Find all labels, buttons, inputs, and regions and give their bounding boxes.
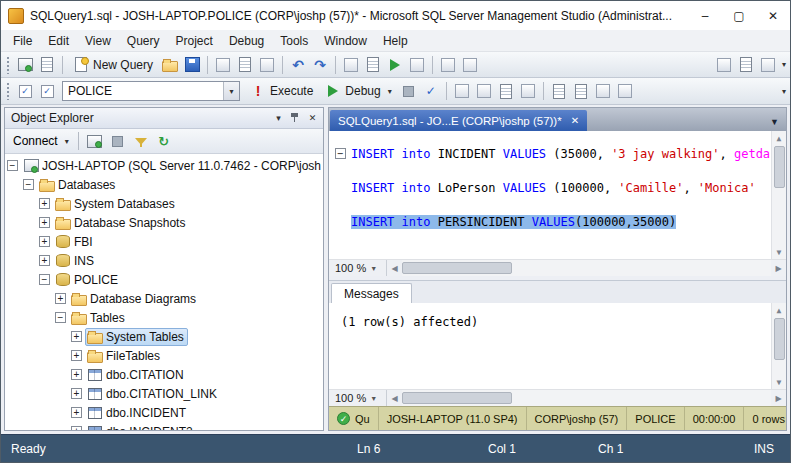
toolbar-extra3-icon[interactable] [757, 54, 779, 76]
panel-close-icon[interactable]: ✕ [304, 110, 321, 127]
comment-icon[interactable] [548, 80, 570, 102]
expander-icon[interactable]: + [39, 198, 50, 209]
start-icon[interactable] [384, 54, 406, 76]
refresh-icon[interactable]: ↻ [153, 130, 175, 152]
expander-icon[interactable]: + [39, 217, 50, 228]
scrollbar-thumb[interactable] [402, 392, 512, 404]
intellisense-toggle-icon[interactable] [14, 80, 36, 102]
connect-button[interactable]: Connect ▾ [9, 131, 73, 151]
tree-item[interactable]: +System Tables [5, 327, 323, 346]
expander-icon[interactable]: + [39, 255, 50, 266]
menu-help[interactable]: Help [375, 30, 416, 51]
menu-project[interactable]: Project [168, 30, 221, 51]
tab-close-icon[interactable]: ✕ [571, 115, 579, 126]
expander-icon[interactable]: + [71, 407, 82, 418]
results-to-text-icon[interactable] [451, 80, 473, 102]
source-control-icon[interactable] [234, 54, 256, 76]
expander-icon[interactable]: + [71, 426, 82, 430]
messages-horizontal-scrollbar[interactable] [402, 390, 771, 406]
new-query-button[interactable]: New Query [67, 54, 159, 76]
menu-view[interactable]: View [77, 30, 119, 51]
expander-icon[interactable]: + [71, 388, 82, 399]
expander-icon[interactable]: − [55, 312, 66, 323]
minimize-button[interactable]: – [688, 1, 722, 30]
tree-item[interactable]: −JOSH-LAPTOP (SQL Server 11.0.7462 - COR… [5, 156, 323, 175]
menu-query[interactable]: Query [119, 30, 168, 51]
scrollbar-thumb[interactable] [774, 146, 785, 188]
results-to-grid-icon[interactable] [473, 80, 495, 102]
results-to-file-icon[interactable] [495, 80, 517, 102]
menu-window[interactable]: Window [316, 30, 375, 51]
undo-icon[interactable]: ↶ [287, 54, 309, 76]
expander-icon[interactable]: + [39, 236, 50, 247]
window-position-icon[interactable]: ▾ [270, 110, 287, 127]
connect-object-explorer-icon[interactable] [14, 54, 36, 76]
increase-indent-icon[interactable] [614, 80, 636, 102]
editor-vertical-scrollbar[interactable]: ▲ ▼ [771, 131, 786, 259]
debug-button[interactable]: Debug▾ [319, 80, 397, 102]
scrollbar-thumb[interactable] [774, 318, 785, 360]
tree-item[interactable]: +dbo.CITATION [5, 365, 323, 384]
template-explorer-icon[interactable] [437, 54, 459, 76]
expander-icon[interactable]: + [71, 331, 82, 342]
tree-item[interactable]: +INS [5, 251, 323, 270]
pin-icon[interactable] [287, 110, 304, 127]
save-icon[interactable] [181, 54, 203, 76]
scroll-right-icon[interactable]: ▶ [771, 260, 786, 276]
menu-tools[interactable]: Tools [272, 30, 316, 51]
stop-icon[interactable] [398, 80, 420, 102]
document-tab[interactable]: SQLQuery1.sql - JO...E (CORP\joshp (57))… [330, 110, 587, 131]
open-file-icon[interactable] [159, 54, 181, 76]
toolbar2-overflow-chevron[interactable]: ▾ [782, 87, 786, 96]
scroll-left-icon[interactable]: ◀ [387, 260, 402, 276]
parse-icon[interactable]: ✓ [420, 80, 442, 102]
combobox-dropdown-icon[interactable]: ▾ [223, 82, 239, 100]
tree-item[interactable]: −POLICE [5, 270, 323, 289]
document-list-chevron[interactable]: ▼ [770, 117, 784, 131]
tree-item[interactable]: +FileTables [5, 346, 323, 365]
editor-zoom-control[interactable]: 100 % ▼ [329, 260, 387, 276]
registered-servers-icon[interactable] [406, 54, 428, 76]
tree-item[interactable]: +Database Snapshots [5, 213, 323, 232]
scroll-left-icon[interactable]: ◀ [387, 390, 402, 406]
tab-messages[interactable]: Messages [331, 283, 412, 303]
scroll-up-icon[interactable]: ▲ [772, 131, 786, 145]
toolbar-extra-icon[interactable] [713, 54, 735, 76]
scroll-down-icon[interactable]: ▼ [772, 245, 786, 259]
tree-item[interactable]: +Database Diagrams [5, 289, 323, 308]
expander-icon[interactable]: − [7, 160, 18, 171]
database-combobox[interactable]: POLICE▾ [62, 81, 240, 101]
expander-icon[interactable]: − [23, 179, 34, 190]
tree-item[interactable]: +dbo.CITATION_LINK [5, 384, 323, 403]
toolbar-grip[interactable] [6, 56, 11, 74]
uncomment-icon[interactable] [570, 80, 592, 102]
sqlcmd-mode-icon[interactable] [36, 80, 58, 102]
solution-explorer-icon[interactable] [459, 54, 481, 76]
menu-file[interactable]: File [5, 30, 40, 51]
expander-icon[interactable]: − [39, 274, 50, 285]
editor-horizontal-scrollbar[interactable] [402, 260, 771, 276]
print-icon[interactable] [212, 54, 234, 76]
stop-action-icon[interactable] [107, 130, 129, 152]
code-view[interactable]: −INSERT into INCIDENT VALUES (35000, '3 … [329, 131, 786, 259]
toolbar-grip[interactable] [6, 82, 11, 100]
find-icon[interactable] [340, 54, 362, 76]
tree-item[interactable]: −Databases [5, 175, 323, 194]
redo-icon[interactable]: ↷ [309, 54, 331, 76]
properties-window-icon[interactable] [256, 54, 278, 76]
messages-body[interactable]: (1 row(s) affected) ▲ ▼ [329, 303, 786, 389]
scroll-down-icon[interactable]: ▼ [772, 375, 786, 389]
menu-edit[interactable]: Edit [40, 30, 77, 51]
disconnect-icon[interactable] [84, 130, 106, 152]
toolbar-extra2-icon[interactable] [735, 54, 757, 76]
scroll-up-icon[interactable]: ▲ [772, 303, 786, 317]
tree-item[interactable]: +dbo.INCIDENT2 [5, 422, 323, 430]
outline-collapse-icon[interactable]: − [335, 148, 346, 159]
messages-vertical-scrollbar[interactable]: ▲ ▼ [771, 303, 786, 389]
scrollbar-thumb[interactable] [402, 262, 512, 274]
tree-item[interactable]: +FBI [5, 232, 323, 251]
maximize-button[interactable]: ▢ [722, 1, 756, 30]
menu-debug[interactable]: Debug [221, 30, 272, 51]
decrease-indent-icon[interactable] [592, 80, 614, 102]
expander-icon[interactable]: + [71, 350, 82, 361]
